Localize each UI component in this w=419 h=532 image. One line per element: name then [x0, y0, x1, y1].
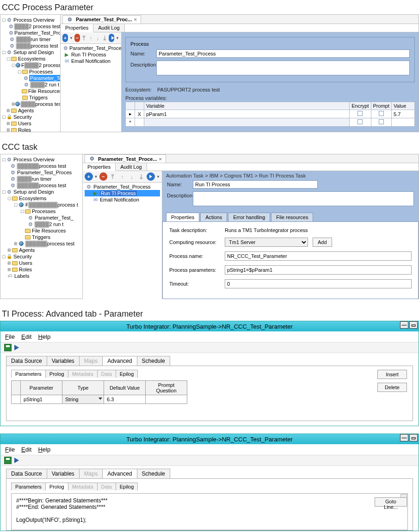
close-icon[interactable]: × [134, 17, 136, 22]
prompt-checkbox[interactable] [379, 119, 384, 124]
delete-button[interactable]: Delete [377, 383, 407, 392]
maximize-button[interactable]: ▭ [409, 434, 418, 441]
tree-agents[interactable]: Agents [19, 247, 35, 253]
task-email-notification[interactable]: ✉Email Notification [62, 58, 119, 64]
tree-agents[interactable]: Agents [18, 107, 34, 114]
process-variables-table[interactable]: Variable Encrypt Prompt Value ▸ X pParam… [125, 102, 415, 127]
tree-item[interactable]: Parameter_Test_Proces [17, 169, 72, 176]
delete-button[interactable]: − [99, 172, 108, 181]
tree-ecosystem-item[interactable]: process test [35, 101, 61, 107]
subtab-epilog[interactable]: Epilog [116, 483, 138, 490]
tree-users[interactable]: Users [19, 260, 32, 266]
tree-item[interactable]: process test [31, 43, 58, 49]
subtab-properties[interactable]: Properties [83, 163, 116, 171]
run-icon[interactable] [14, 345, 19, 350]
delete-button[interactable]: − [74, 34, 80, 42]
cell-parameter[interactable]: pString1 [21, 395, 62, 404]
process-parameters-input[interactable] [225, 265, 412, 275]
task-run-ti-process[interactable]: ▶Run TI Process [62, 51, 119, 58]
run-button[interactable] [147, 172, 155, 181]
task-parameter-test-process[interactable]: ⚙Parameter_Test_Process [85, 183, 160, 190]
tree-ecosystem-item[interactable]: 2 process [39, 62, 61, 68]
tree-ecosystem-item[interactable]: process t [57, 202, 78, 208]
minimize-button[interactable]: — [400, 321, 408, 329]
computing-resource-select[interactable]: Tm1 Server [225, 238, 308, 247]
tree-security[interactable]: Security [13, 253, 32, 260]
tree-item[interactable]: process test [39, 163, 66, 169]
menu-help[interactable]: Help [38, 333, 50, 340]
tree-process-item[interactable]: Parameter_Test_ [35, 214, 74, 221]
subtab-audit-log[interactable]: Audit Log [116, 163, 147, 171]
prompt-checkbox[interactable] [379, 111, 384, 116]
move-top-icon[interactable]: ⤒ [109, 172, 117, 181]
tree-item[interactable]: Parameter_Test_Process [14, 30, 61, 36]
maximize-button[interactable]: ▭ [409, 321, 418, 329]
inner-tab-properties[interactable]: Properties [166, 213, 199, 221]
cell-variable[interactable]: pParam1 [144, 110, 350, 118]
code-editor[interactable]: #****Begin: Generated Statements*** #***… [11, 493, 408, 530]
add-button[interactable]: + [62, 34, 68, 42]
save-icon[interactable] [4, 344, 12, 351]
task-email-notification[interactable]: ✉Email Notification [85, 196, 160, 203]
name-input[interactable] [156, 49, 410, 58]
subtab-parameters[interactable]: Parameters [11, 483, 46, 490]
description-input[interactable] [193, 191, 414, 206]
inner-tab-error-handling[interactable]: Error handling [228, 213, 270, 221]
move-down-icon[interactable]: ↓ [128, 172, 136, 181]
tab-data-source[interactable]: Data Source [6, 356, 47, 366]
table-row[interactable]: ▸ X pParam1 5.7 [126, 110, 415, 118]
insert-button[interactable]: Insert [377, 370, 407, 379]
cell-prompt-question[interactable] [146, 395, 187, 404]
editor-tab[interactable]: ⚙ Parameter_Test_Proce... × [85, 154, 166, 163]
tab-schedule[interactable]: Schedule [137, 469, 170, 478]
process-name-input[interactable] [225, 251, 412, 261]
tree-process-selected[interactable]: Parameter_Test [29, 75, 61, 81]
subtab-audit-log[interactable]: Audit Log [93, 24, 124, 32]
move-bottom-icon[interactable]: ⤓ [102, 34, 107, 42]
subtab-properties[interactable]: Properties [61, 24, 93, 32]
add-button[interactable]: Add [313, 238, 332, 247]
save-icon[interactable] [4, 457, 12, 464]
cell-type[interactable]: String [62, 395, 104, 404]
subtab-epilog[interactable]: Epilog [116, 370, 138, 378]
cell-default-value[interactable]: 6.3 [104, 395, 146, 404]
tree-labels[interactable]: Labels [14, 273, 29, 279]
encrypt-checkbox[interactable] [357, 119, 363, 124]
tab-variables[interactable]: Variables [47, 356, 80, 366]
cell-value[interactable]: 5.7 [392, 110, 415, 118]
tree-setup-design[interactable]: Setup and Design [13, 189, 54, 195]
tree-setup-design[interactable]: Setup and Design [13, 49, 54, 55]
tree-item[interactable]: run timer [31, 36, 50, 43]
add-button[interactable]: + [85, 172, 93, 181]
tree-roles[interactable]: Roles [18, 127, 31, 132]
table-row[interactable]: pString1 String 6.3 [12, 395, 187, 404]
encrypt-checkbox[interactable] [357, 111, 363, 116]
move-up-icon[interactable]: ↑ [118, 172, 127, 181]
tree-process-overview[interactable]: Process Overview [13, 17, 55, 23]
tree-process-item[interactable]: 2 run t [49, 221, 63, 227]
menu-file[interactable]: File [5, 446, 15, 453]
tree-triggers[interactable]: Triggers [32, 234, 50, 240]
description-input[interactable] [156, 61, 410, 75]
move-top-icon[interactable]: ⤒ [81, 34, 87, 42]
inner-tab-actions[interactable]: Actions [200, 213, 227, 221]
inner-tab-file-resources[interactable]: File resources [271, 213, 313, 221]
move-bottom-icon[interactable]: ⤓ [137, 172, 146, 181]
timeout-input[interactable] [225, 279, 412, 288]
tree-file-resources[interactable]: File Resources [32, 227, 66, 234]
move-up-icon[interactable]: ↑ [88, 34, 94, 42]
goto-line-button[interactable]: Goto Line... [375, 497, 407, 507]
tree-item[interactable]: run timer [31, 176, 51, 182]
name-input[interactable] [193, 180, 318, 189]
dropdown-icon[interactable] [99, 397, 102, 400]
minimize-button[interactable]: — [400, 434, 408, 441]
menu-help[interactable]: Help [38, 446, 50, 453]
table-row[interactable]: * [126, 118, 415, 127]
tree-ecosystems[interactable]: Ecosystems [19, 195, 46, 202]
tab-advanced[interactable]: Advanced [102, 469, 137, 478]
tree-item[interactable]: process test [39, 182, 66, 189]
tree-process-overview[interactable]: Process Overview [13, 156, 55, 163]
tree-item[interactable]: 2 process test [29, 23, 60, 30]
tree-users[interactable]: Users [18, 120, 31, 127]
menu-edit[interactable]: Edit [21, 446, 31, 453]
